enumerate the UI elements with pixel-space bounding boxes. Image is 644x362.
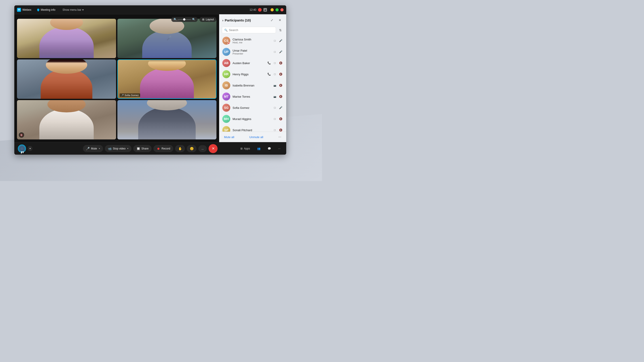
chat-button[interactable]: 💬 — [266, 146, 273, 151]
layout-button[interactable]: ⊞ Layout — [200, 17, 216, 22]
search-container: 🔍 ⇅ — [219, 25, 286, 35]
emoji-icon: 😊 — [190, 147, 194, 150]
mute-label: Mute — [91, 147, 97, 150]
webex-icon: W — [17, 8, 21, 12]
video-icon-austen[interactable]: □ — [272, 60, 277, 65]
footer-more-button[interactable]: ··· — [276, 134, 283, 140]
video-off-icon-marise[interactable]: 📷 — [272, 94, 277, 99]
video-cell-6 — [118, 100, 216, 139]
mic-muted-icon-sonali[interactable]: 🔇 — [278, 128, 283, 132]
participant-role-umar: Presenter — [232, 52, 270, 55]
record-button[interactable]: ⏺ Record — [154, 145, 173, 152]
emoji-button[interactable]: 😊 — [187, 145, 196, 152]
video-caret: ▾ — [127, 147, 128, 150]
video-icon-sofia[interactable]: □ — [272, 105, 277, 110]
participant-name-clarissa: Clarissa Smith — [232, 38, 270, 41]
zoom-in-icon: 🔍 — [192, 18, 196, 21]
avatar-sofia: SG — [222, 104, 230, 112]
avatar-clarissa: CS — [222, 37, 230, 45]
participants-button[interactable]: 👥 — [255, 146, 263, 151]
zoom-slider[interactable] — [178, 19, 191, 20]
participant-item-clarissa[interactable]: CS Clarissa Smith Host, me □ 🎤 — [220, 35, 285, 46]
avatar-austen: AB — [222, 59, 230, 67]
participant-item-henry[interactable]: HR Henry Riggs 📞 □ 🔇 — [220, 69, 285, 80]
active-speaker-label: 🎤 Sofia Gomez — [120, 93, 140, 97]
participant-item-marise[interactable]: MT Marise Torres 📷 🔇 — [220, 91, 285, 102]
more-button[interactable]: ... — [198, 145, 207, 152]
close-button[interactable] — [280, 8, 284, 11]
mic-muted-icon-murad[interactable]: 🔇 — [278, 116, 283, 121]
self-view[interactable] — [18, 145, 26, 153]
zoom-control[interactable]: 🔍 🔍 — [171, 17, 198, 22]
unmute-all-button[interactable]: Unmute all — [248, 134, 265, 140]
participant-item-umar[interactable]: UP Umar Patel Presenter □ 🎤 — [220, 46, 285, 57]
minimize-button[interactable] — [270, 8, 274, 11]
show-menu-bar-label: Show menu bar — [62, 8, 82, 11]
sort-button[interactable]: ⇅ — [277, 27, 284, 33]
apps-icon: ⊞ — [240, 147, 242, 150]
participant-name-sonali: Sonali Pitchard — [232, 128, 270, 132]
video-off-icon-isabella[interactable]: 📷 — [272, 83, 277, 88]
maximize-button[interactable] — [276, 8, 278, 11]
mic-icon-umar[interactable]: 🎤 — [278, 49, 283, 54]
video-grid: 🎤 — [17, 19, 216, 139]
show-menu-bar-button[interactable]: Show menu bar ▾ — [61, 7, 86, 12]
mute-icon-vid5: 🔇 — [19, 132, 24, 138]
end-call-icon: ✕ — [212, 146, 215, 151]
mute-all-button[interactable]: Mute all — [222, 134, 236, 140]
self-view-inner — [19, 145, 25, 152]
handset-icon-austen[interactable]: 📞 — [266, 60, 272, 65]
participant-item-sofia[interactable]: SG Sofia Gomez □ 🎤 — [220, 102, 285, 113]
end-call-button[interactable]: ✕ — [209, 144, 218, 153]
handset-icon-henry[interactable]: 📞 — [266, 72, 272, 77]
more-options-button[interactable]: ··· — [276, 146, 283, 151]
video-top-controls: 🔍 🔍 ⊞ Layout — [171, 17, 216, 22]
panel-title: › Participants (10) — [222, 18, 251, 22]
participant-info-henry: Henry Riggs — [232, 73, 264, 76]
popout-button[interactable]: ⤢ — [269, 17, 275, 23]
self-view-menu-button[interactable]: ▾ — [28, 146, 32, 151]
app-window: W Webex Meeting info Show menu bar ▾ 12:… — [14, 5, 286, 155]
mic-muted-icon-henry[interactable]: 🔇 — [278, 72, 283, 77]
video-area: 🔍 🔍 ⊞ Layout — [14, 14, 219, 142]
mute-button[interactable]: 🎤 Mute ▾ — [83, 145, 103, 152]
webex-logo: W Webex — [17, 8, 31, 12]
participant-info-austen: Austen Baker — [232, 61, 264, 65]
video-icon-umar[interactable]: □ — [272, 49, 277, 54]
mic-icon-sofia[interactable]: 🎤 — [278, 105, 283, 110]
share-button[interactable]: 🔲 Share — [133, 145, 152, 152]
close-panel-button[interactable]: ✕ — [277, 17, 283, 23]
chat-icon: 💬 — [268, 147, 271, 150]
video-icon-sonali[interactable]: □ — [272, 128, 277, 132]
video-icon-clarissa[interactable]: □ — [272, 38, 277, 43]
panel-chevron-icon: › — [222, 18, 224, 22]
apps-button[interactable]: ⊞ Apps — [238, 146, 252, 151]
participant-info-umar: Umar Patel Presenter — [232, 49, 270, 55]
participant-item-austen[interactable]: AB Austen Baker 📞 □ 🔇 — [220, 57, 285, 69]
recording-badge-clarissa — [228, 42, 230, 45]
mic-muted-icon-austen[interactable]: 🔇 — [278, 60, 283, 65]
video-cell-3 — [17, 59, 116, 99]
hand-icon: ✋ — [178, 147, 182, 150]
stop-video-button[interactable]: 📹 Stop video ▾ — [105, 145, 132, 152]
participant-item-sonali[interactable]: SP Sonali Pitchard □ 🔇 — [220, 124, 285, 132]
mic-muted-icon-marise[interactable]: 🔇 — [278, 94, 283, 99]
video-icon-henry[interactable]: □ — [272, 72, 277, 77]
toolbar-left: ▾ — [18, 145, 32, 153]
avatar-umar: UP — [222, 48, 230, 56]
reactions-button[interactable]: ✋ — [175, 145, 185, 152]
participant-name-murad: Murad Higgins — [232, 117, 270, 121]
participant-item-murad[interactable]: MH Murad Higgins □ 🔇 — [220, 113, 285, 124]
participants-panel: › Participants (10) ⤢ ✕ 🔍 ⇅ — [219, 14, 286, 142]
mic-icon-clarissa[interactable]: 🎤 — [278, 38, 283, 43]
search-input[interactable] — [229, 28, 274, 32]
video-camera-icon: 📹 — [108, 147, 112, 150]
participant-item-isabella[interactable]: IB Isabella Brennan 📷 🔇 — [220, 80, 285, 91]
participant-name-henry: Henry Riggs — [232, 73, 264, 76]
mic-icon: 🎤 — [86, 147, 90, 150]
meeting-info-button[interactable]: Meeting info — [35, 7, 57, 12]
video-icon-murad[interactable]: □ — [272, 116, 277, 121]
panel-header: › Participants (10) ⤢ ✕ — [219, 14, 286, 25]
mic-muted-icon-isabella[interactable]: 🔇 — [278, 83, 283, 88]
panel-header-actions: ⤢ ✕ — [269, 17, 283, 23]
